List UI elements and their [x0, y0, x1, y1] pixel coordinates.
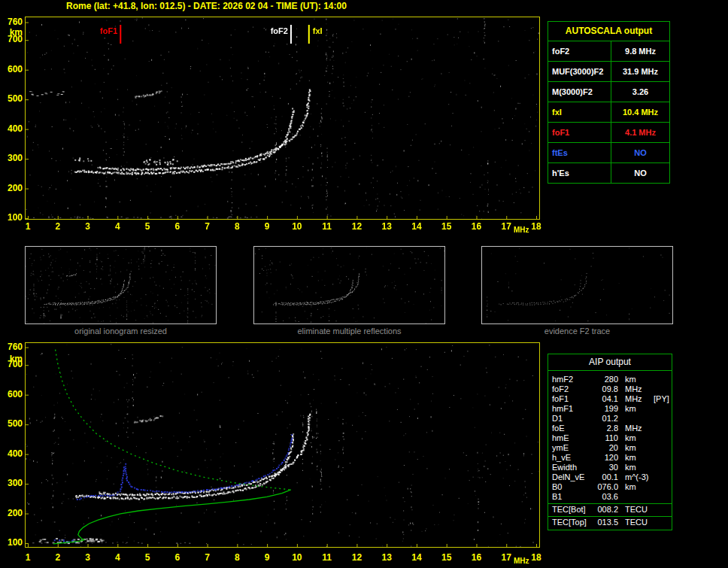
x-axis-tick-label: 18	[528, 221, 544, 232]
thumbnail-eliminate-reflections	[253, 246, 445, 324]
aip-row: foF209.8MHz	[548, 384, 672, 394]
autoscala-output-title: AUTOSCALA output	[548, 22, 669, 41]
x-axis-tick-label: 8	[229, 221, 245, 232]
x-axis-tick-label: 2	[50, 221, 66, 232]
x-axis-tick-label: 1	[20, 221, 36, 232]
aip-param-label: foF1	[552, 394, 593, 404]
autoscala-row: ftEsNO	[548, 143, 669, 163]
divider	[548, 516, 672, 517]
x-axis-tick-label: 11	[319, 221, 335, 232]
aip-param-label: TEC[Top]	[552, 518, 593, 527]
x-axis-tick-label: 9	[259, 221, 275, 232]
aip-row: TEC[Bot]008.2TECU	[548, 505, 672, 515]
aip-param-unit: MHz	[625, 394, 654, 404]
autoscala-param-label: h'Es	[548, 163, 611, 183]
aip-param-value: 013.5	[593, 518, 618, 527]
x-axis-tick-label: 17	[498, 552, 514, 563]
aip-param-unit: km	[625, 375, 654, 384]
aip-param-unit: m^(-3)	[625, 472, 654, 482]
autoscala-window: Rome (lat: +41.8, lon: 012.5) - DATE: 20…	[0, 0, 728, 568]
aip-param-label: DelN_vE	[552, 472, 593, 482]
y-axis-tick-label: 200	[2, 508, 23, 518]
ionogram-canvas-bottom	[26, 343, 539, 547]
aip-param-value: 01.2	[593, 414, 618, 424]
aip-param-value: 20	[593, 443, 618, 453]
aip-param-label: TEC[Bot]	[552, 505, 593, 515]
autoscala-row: fxI10.4 MHz	[548, 102, 669, 123]
autoscala-param-value: 4.1 MHz	[611, 123, 669, 142]
autoscala-param-value: 31.9 MHz	[611, 62, 669, 81]
aip-row: TEC[Top]013.5TECU	[548, 518, 672, 527]
aip-param-value: 30	[593, 463, 618, 472]
aip-param-value: 199	[593, 404, 618, 414]
x-axis-tick-label: 16	[468, 221, 484, 232]
aip-param-value: 04.1	[593, 394, 618, 404]
autoscala-param-label: foF1	[548, 123, 611, 142]
aip-param-label: h_vE	[552, 453, 593, 463]
x-axis-tick-label: 12	[348, 221, 365, 232]
autoscala-row: MUF(3000)F231.9 MHz	[548, 62, 669, 82]
autoscala-param-label: ftEs	[548, 143, 611, 163]
x-axis-tick-label: 3	[80, 552, 96, 563]
x-axis-tick-label: 10	[289, 552, 305, 563]
aip-param-value: 03.6	[593, 492, 618, 502]
aip-param-unit: km	[625, 482, 654, 492]
autoscala-row: foF14.1 MHz	[548, 123, 669, 143]
x-axis-tick-label: 13	[378, 552, 395, 563]
thumbnail-caption-evidence: evidence F2 trace	[481, 327, 673, 336]
aip-param-label: B0	[552, 482, 593, 492]
autoscala-row: M(3000)F23.26	[548, 82, 669, 102]
aip-param-value: 076.0	[593, 482, 618, 492]
x-axis-tick-label: 2	[50, 552, 66, 563]
aip-param-value: 110	[593, 433, 618, 443]
autoscala-param-value: NO	[611, 163, 669, 183]
aip-param-label: ymE	[552, 443, 593, 453]
aip-param-label: foE	[552, 424, 593, 433]
autoscala-output-rows: foF29.8 MHzMUF(3000)F231.9 MHzM(3000)F23…	[548, 41, 669, 183]
autoscala-param-label: foF2	[548, 41, 611, 61]
x-axis-tick-label: 1	[20, 552, 36, 563]
x-axis-tick-label: 7	[199, 221, 216, 232]
aip-row: hmF2280km	[548, 375, 672, 384]
autoscala-row: foF29.8 MHz	[548, 41, 669, 62]
x-axis-tick-label: 9	[259, 552, 275, 563]
autoscala-param-label: M(3000)F2	[548, 82, 611, 102]
y-axis-tick-label: 400	[2, 123, 23, 134]
aip-param-label: hmF1	[552, 404, 593, 414]
y-axis-tick-label: 760	[2, 17, 23, 27]
aip-param-label: foF2	[552, 384, 593, 394]
y-axis-tick-label: 100	[2, 537, 23, 548]
aip-param-unit: km	[625, 443, 654, 453]
y-axis-tick-label: 600	[2, 64, 23, 74]
aip-param-unit: km	[625, 463, 654, 472]
y-axis-tick-label: 400	[2, 448, 23, 459]
autoscala-row: h'EsNO	[548, 163, 669, 183]
thumbnail-canvas-evidence	[482, 247, 672, 323]
aip-row: foF104.1MHz[PY]	[548, 394, 672, 404]
x-axis-tick-label: 15	[438, 221, 455, 232]
aip-param-unit: MHz	[625, 384, 654, 394]
x-axis-tick-label: 18	[528, 552, 544, 563]
aip-param-label: hmE	[552, 433, 593, 443]
x-axis-tick-label: 17	[498, 221, 514, 232]
aip-param-label: Ewidth	[552, 463, 593, 472]
aip-param-unit: TECU	[625, 518, 654, 527]
x-axis-tick-label: 4	[109, 221, 126, 232]
x-axis-tick-label: 14	[408, 221, 425, 232]
x-axis-tick-label: 7	[199, 552, 216, 563]
autoscala-param-value: 3.26	[611, 82, 669, 102]
aip-param-value: 008.2	[593, 505, 618, 515]
thumbnail-canvas-eliminate	[254, 247, 444, 323]
aip-param-unit	[625, 492, 654, 502]
thumbnail-canvas-original	[26, 247, 216, 323]
aip-param-label: B1	[552, 492, 593, 502]
x-axis-tick-label: 3	[80, 221, 96, 232]
autoscala-param-value: 10.4 MHz	[611, 102, 669, 122]
y-axis-tick-label: 500	[2, 93, 23, 104]
aip-param-value: 2.8	[593, 424, 618, 433]
y-axis-tick-label: 300	[2, 478, 23, 488]
autoscala-param-value: NO	[611, 143, 669, 163]
aip-row: ymE20km	[548, 443, 672, 453]
aip-row: h_vE120km	[548, 453, 672, 463]
aip-param-value: 00.1	[593, 472, 618, 482]
